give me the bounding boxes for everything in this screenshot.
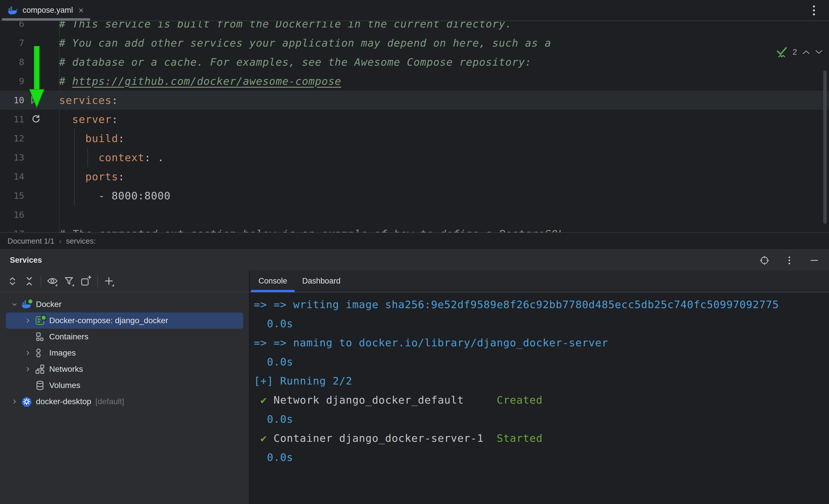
volumes-icon (34, 380, 46, 391)
tree-item-volumes[interactable]: Volumes (6, 377, 243, 393)
editor-line[interactable]: 10services: (0, 90, 829, 110)
running-status-dot (40, 314, 47, 321)
console-tab-bar: ConsoleDashboard (249, 271, 829, 292)
chevron-right-icon[interactable] (9, 398, 20, 405)
tree-item-label: Containers (49, 332, 88, 341)
breadcrumb-services[interactable]: services: (66, 237, 96, 246)
images-icon (34, 348, 46, 358)
line-number: 7 (0, 38, 24, 48)
services-panel: Services ConsoleDashboard DockerDocker-c… (0, 249, 829, 504)
panel-options-icon[interactable] (785, 256, 794, 265)
editor-line[interactable]: 11 server: (0, 110, 829, 129)
tab-label: Console (258, 277, 287, 285)
tree-item-docker[interactable]: Docker (6, 296, 243, 312)
expand-all-icon[interactable] (4, 273, 21, 289)
editor-line[interactable]: 8# database or a cache. For examples, se… (0, 52, 829, 72)
new-tab-icon[interactable] (78, 273, 94, 289)
containers-icon (34, 332, 46, 342)
editor-line[interactable]: 7# You can add other services your appli… (0, 33, 829, 52)
collapse-all-icon[interactable] (21, 273, 38, 289)
breadcrumb-separator: › (59, 237, 61, 245)
chevron-down-icon[interactable] (9, 301, 20, 308)
code-text: build: (59, 132, 125, 144)
close-tab-icon[interactable] (78, 7, 84, 14)
editor-line[interactable]: 12 build: (0, 129, 829, 148)
line-number: 12 (0, 133, 24, 144)
editor-scrollbar[interactable] (823, 70, 827, 224)
tree-item-label: Docker-compose: django_docker (49, 316, 168, 325)
line-number: 16 (0, 209, 24, 220)
docker-icon (20, 299, 33, 310)
code-text: # You can add other services your applic… (59, 37, 551, 49)
editor-line[interactable]: 13 context: . (0, 148, 829, 167)
line-number: 17 (0, 229, 24, 232)
console-line: => => naming to docker.io/library/django… (254, 333, 829, 352)
services-header: Services (0, 250, 829, 271)
running-status-dot (27, 298, 34, 305)
minimize-icon[interactable] (809, 256, 819, 265)
tab-compose-yaml[interactable]: compose.yaml (0, 0, 92, 21)
annotation-arrow-down-icon (29, 46, 44, 108)
indent-guide (87, 148, 88, 167)
tree-item-docker-desktop[interactable]: docker-desktop[default] (6, 393, 243, 410)
services-content: DockerDocker-compose: django_dockerConta… (0, 293, 829, 504)
indent-guide (74, 129, 75, 205)
tree-item-networks[interactable]: Networks (6, 361, 243, 377)
view-options-icon[interactable] (44, 273, 61, 289)
console-line: => => writing image sha256:9e52df9589e8f… (254, 295, 829, 314)
inspections-ok-icon (776, 45, 787, 59)
line-number: 10 (0, 95, 24, 105)
toolbar-separator (97, 275, 98, 287)
line-number: 15 (0, 190, 24, 201)
breadcrumb-document[interactable]: Document 1/1 (7, 237, 55, 246)
services-strip: ConsoleDashboard (0, 271, 829, 292)
code-editor[interactable]: 6# This service is built from the Docker… (0, 21, 829, 232)
code-text: # database or a cache. For examples, see… (59, 56, 532, 68)
tree-item-images[interactable]: Images (6, 345, 243, 361)
editor-lines: 6# This service is built from the Docker… (0, 21, 829, 232)
toolbar-separator (40, 275, 41, 287)
line-number: 8 (0, 57, 24, 67)
editor-tab-bar: compose.yaml (0, 0, 829, 21)
previous-highlight-icon[interactable] (802, 49, 810, 55)
tree-item-label: Docker (36, 300, 62, 309)
tree-item-containers[interactable]: Containers (6, 329, 243, 345)
tree-item-docker-compose-django-docker[interactable]: Docker-compose: django_docker (6, 312, 243, 329)
active-tab-indicator (251, 290, 295, 292)
tree-item-suffix: [default] (95, 397, 124, 406)
tab-console[interactable]: Console (251, 271, 295, 292)
code-text: # The commented out section below is an … (59, 228, 565, 233)
inspections-widget[interactable]: 2 (776, 45, 823, 59)
filter-icon[interactable] (61, 273, 78, 289)
console-output[interactable]: => => writing image sha256:9e52df9589e8f… (249, 293, 829, 504)
editor-line[interactable]: 9# https://github.com/docker/awesome-com… (0, 72, 829, 90)
networks-icon (34, 364, 46, 374)
add-service-icon[interactable] (101, 273, 117, 289)
line-number: 6 (0, 21, 24, 29)
editor-line[interactable]: 6# This service is built from the Docker… (0, 21, 829, 33)
chevron-right-icon[interactable] (22, 317, 34, 324)
next-highlight-icon[interactable] (815, 49, 823, 55)
target-icon[interactable] (760, 256, 769, 265)
editor-line[interactable]: 17# The commented out section below is a… (0, 224, 829, 232)
breadcrumb: Document 1/1 › services: (0, 232, 829, 249)
docker-file-icon (7, 5, 18, 15)
console-line: 0.0s (254, 448, 829, 467)
line-number: 11 (0, 114, 24, 124)
chevron-right-icon[interactable] (22, 349, 34, 356)
console-line: 0.0s (254, 314, 829, 333)
console-line: [+] Running 2/2 (254, 372, 829, 391)
editor-line[interactable]: 14 ports: (0, 167, 829, 186)
code-text: # This service is built from the Dockerf… (59, 21, 512, 30)
line-number: 14 (0, 171, 24, 182)
tree-item-label: docker-desktop (36, 397, 91, 406)
tree-item-label: Networks (49, 364, 83, 374)
editor-line[interactable]: 15 - 8000:8000 (0, 186, 829, 205)
editor-line[interactable]: 16 (0, 205, 829, 224)
services-title: Services (10, 256, 42, 265)
line-number: 13 (0, 152, 24, 163)
chevron-right-icon[interactable] (22, 366, 34, 373)
tab-dashboard[interactable]: Dashboard (295, 271, 348, 292)
rerun-icon[interactable] (24, 114, 47, 124)
window-more-icon[interactable] (807, 4, 820, 17)
